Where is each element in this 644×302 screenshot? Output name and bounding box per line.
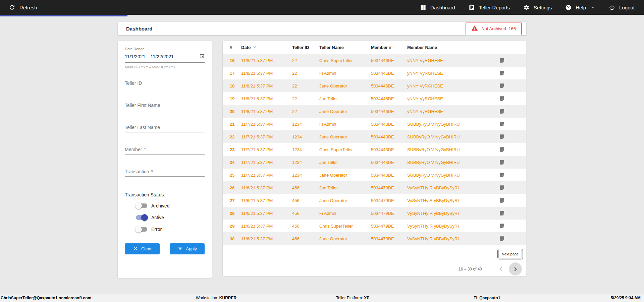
table-row[interactable]: 20 11/8/21 5:37 PM 22 Jane Operator 5034… [223, 105, 526, 118]
calendar-icon[interactable] [199, 53, 205, 60]
apply-button[interactable]: Apply [170, 243, 205, 254]
row-number: 19 [223, 92, 241, 105]
table-row[interactable]: 21 11/7/21 5:37 PM 1234 Fi Admin 5034443… [223, 118, 526, 130]
table-row[interactable]: 30 11/6/21 5:37 PM 456 Jane Operator 503… [223, 232, 526, 245]
transaction-number-input[interactable] [125, 167, 205, 177]
table-row[interactable]: 23 11/7/21 5:37 PM 1234 Chris SuperTelle… [223, 143, 526, 156]
active-toggle[interactable]: Active [136, 214, 205, 221]
error-switch[interactable] [136, 227, 147, 232]
archived-toggle-label: Archived [151, 203, 169, 208]
note-icon[interactable] [499, 54, 526, 67]
column-teller-id[interactable]: Teller ID [292, 41, 319, 54]
note-icon[interactable] [499, 118, 526, 130]
teller-first-name-input[interactable] [125, 101, 205, 110]
note-icon[interactable] [499, 67, 526, 79]
not-archived-badge[interactable]: Not Archived: 166 [466, 22, 522, 35]
column-member-number[interactable]: Member # [371, 41, 407, 54]
table-row[interactable]: 26 11/6/21 5:37 PM 456 Joe Teller 503447… [223, 181, 526, 194]
apply-button-label: Apply [186, 246, 197, 251]
member-number-input[interactable] [125, 145, 205, 155]
row-teller-id: 22 [292, 105, 319, 118]
row-date: 11/8/21 5:37 PM [241, 92, 292, 105]
teller-last-name-input[interactable] [125, 123, 205, 132]
row-teller-name: Jane Operator [319, 79, 371, 92]
table-row[interactable]: 29 11/6/21 5:37 PM 456 Chris SuperTeller… [223, 220, 526, 232]
column-teller-name[interactable]: Teller Name [319, 41, 371, 54]
next-page-icon[interactable] [509, 262, 522, 276]
row-member-number: 5034446DE [371, 92, 407, 105]
note-icon[interactable] [499, 156, 526, 169]
row-member-name: VySyNTHy R yBByDySyRI [407, 232, 499, 245]
dashboard-icon [420, 4, 426, 11]
row-teller-name: Fi Admin [319, 207, 371, 220]
table-row[interactable]: 24 11/7/21 5:37 PM 1234 Joe Teller 50344… [223, 156, 526, 169]
row-date: 11/8/21 5:37 PM [241, 79, 292, 92]
note-icon[interactable] [499, 194, 526, 207]
row-member-name: VySyNTHy R yBByDySyRI [407, 207, 499, 220]
note-icon[interactable] [499, 143, 526, 156]
active-switch[interactable] [136, 215, 147, 220]
note-icon[interactable] [499, 207, 526, 220]
row-date: 11/6/21 5:37 PM [241, 181, 292, 194]
note-icon[interactable] [499, 92, 526, 105]
close-icon [133, 246, 138, 252]
table-row[interactable]: 17 11/8/21 5:37 PM 22 Fi Admin 5034446DE… [223, 67, 526, 79]
nav-teller-reports[interactable]: Teller Reports [469, 4, 510, 11]
table-row[interactable]: 22 11/7/21 5:37 PM 1234 Jane Operator 50… [223, 130, 526, 143]
chevron-down-icon [590, 5, 595, 10]
help-icon [565, 4, 572, 11]
nav-settings[interactable]: Settings [523, 4, 552, 11]
previous-page-icon[interactable] [497, 265, 505, 273]
row-teller-id: 22 [292, 92, 319, 105]
filter-panel: Date Range 11/1/2021 – 11/22/2021 MM/DD/… [118, 41, 212, 278]
column-date-label: Date [241, 45, 251, 50]
row-date: 11/8/21 5:37 PM [241, 105, 292, 118]
note-icon[interactable] [499, 130, 526, 143]
note-icon[interactable] [499, 105, 526, 118]
nav-dashboard[interactable]: Dashboard [420, 4, 455, 11]
note-icon[interactable] [499, 79, 526, 92]
note-icon[interactable] [499, 169, 526, 181]
row-teller-id: 456 [292, 194, 319, 207]
topbar: Refresh Dashboard Teller Reports Setting… [0, 0, 644, 15]
teller-id-input[interactable] [125, 78, 205, 88]
clear-button[interactable]: Clear [125, 243, 160, 254]
table-row[interactable]: 28 11/6/21 5:37 PM 456 Fi Admin 5034479D… [223, 207, 526, 220]
page-header: Dashboard Not Archived: 166 [118, 22, 526, 35]
row-member-number: 5034443DE [371, 156, 407, 169]
row-number: 25 [223, 169, 241, 181]
date-range-field[interactable]: 11/1/2021 – 11/22/2021 [125, 51, 205, 63]
row-teller-name: Fi Admin [319, 67, 371, 79]
archived-toggle[interactable]: Archived [136, 202, 205, 209]
row-teller-id: 1234 [292, 130, 319, 143]
nav-logout-label: Logout [619, 5, 635, 10]
row-member-name: VySyNTHy R yBByDySyRI [407, 194, 499, 207]
error-toggle[interactable]: Error [136, 226, 205, 233]
nav-help[interactable]: Help [565, 4, 595, 11]
row-date: 11/7/21 5:37 PM [241, 130, 292, 143]
row-member-name: SUBByRyO V NyGyBHIRU [407, 118, 499, 130]
table-row[interactable]: 19 11/8/21 5:37 PM 22 Joe Teller 5034446… [223, 92, 526, 105]
row-teller-name: Joe Teller [319, 92, 371, 105]
column-member-name[interactable]: Member Name [407, 41, 499, 54]
row-date: 11/7/21 5:37 PM [241, 118, 292, 130]
nav-logout[interactable]: Logout [609, 4, 635, 11]
row-number: 24 [223, 156, 241, 169]
table-row[interactable]: 27 11/6/21 5:37 PM 456 Jane Operator 503… [223, 194, 526, 207]
row-member-name: yNNY VyRGHESE [407, 92, 499, 105]
row-number: 16 [223, 54, 241, 67]
row-teller-id: 456 [292, 181, 319, 194]
refresh-button[interactable]: Refresh [9, 4, 37, 11]
note-icon[interactable] [499, 220, 526, 232]
row-date: 11/8/21 5:37 PM [241, 54, 292, 67]
row-date: 11/7/21 5:37 PM [241, 156, 292, 169]
next-page-button[interactable]: Next page [498, 250, 522, 258]
table-row[interactable]: 25 11/7/21 5:37 PM 1234 Jane Operator 50… [223, 169, 526, 181]
table-row[interactable]: 18 11/8/21 5:37 PM 22 Jane Operator 5034… [223, 79, 526, 92]
table-row[interactable]: 16 11/8/21 5:37 PM 22 Chris SuperTeller … [223, 54, 526, 67]
note-icon[interactable] [499, 232, 526, 245]
note-icon[interactable] [499, 181, 526, 194]
column-date[interactable]: Date [241, 41, 292, 54]
archived-switch[interactable] [136, 203, 147, 208]
row-member-name: yNNY VyRGHESE [407, 67, 499, 79]
